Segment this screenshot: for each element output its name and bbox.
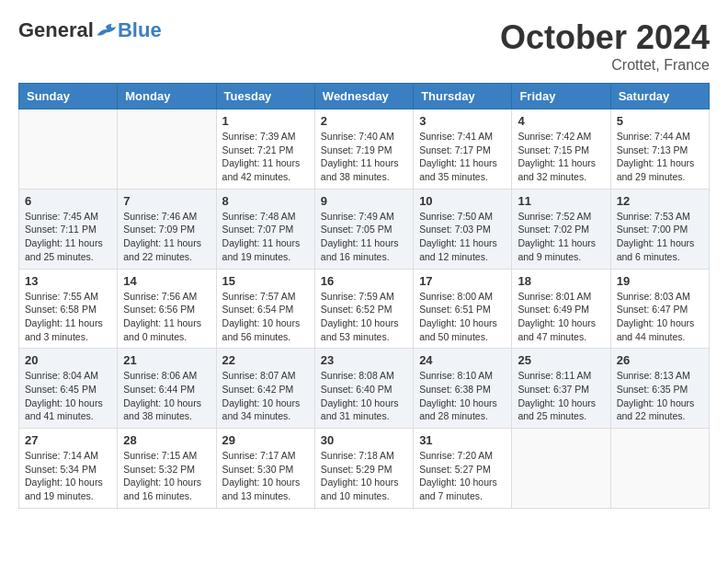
day-number: 6 [25, 194, 111, 208]
calendar-day-cell: 29Sunrise: 7:17 AMSunset: 5:30 PMDayligh… [216, 429, 314, 509]
day-info: Sunrise: 8:11 AMSunset: 6:37 PMDaylight:… [518, 369, 604, 423]
logo-general-text: General [18, 18, 94, 42]
day-info: Sunrise: 7:44 AMSunset: 7:13 PMDaylight:… [617, 130, 703, 184]
day-number: 7 [123, 194, 210, 208]
calendar-day-cell: 14Sunrise: 7:56 AMSunset: 6:56 PMDayligh… [118, 269, 216, 349]
day-info: Sunrise: 8:01 AMSunset: 6:49 PMDaylight:… [518, 290, 604, 344]
day-number: 12 [617, 194, 703, 208]
day-info: Sunrise: 7:55 AMSunset: 6:58 PMDaylight:… [25, 290, 111, 344]
weekday-header: Sunday [19, 84, 118, 109]
calendar-day-cell: 24Sunrise: 8:10 AMSunset: 6:38 PMDayligh… [414, 349, 512, 429]
day-number: 28 [123, 433, 210, 447]
calendar-day-cell [512, 429, 610, 509]
day-number: 29 [222, 433, 309, 447]
day-number: 3 [419, 114, 506, 128]
day-info: Sunrise: 7:50 AMSunset: 7:03 PMDaylight:… [419, 210, 506, 264]
day-number: 8 [222, 194, 309, 208]
day-number: 5 [617, 114, 703, 128]
calendar-day-cell: 5Sunrise: 7:44 AMSunset: 7:13 PMDaylight… [610, 109, 709, 190]
day-number: 18 [518, 274, 604, 288]
calendar-day-cell: 27Sunrise: 7:14 AMSunset: 5:34 PMDayligh… [19, 429, 118, 509]
day-info: Sunrise: 8:08 AMSunset: 6:40 PMDaylight:… [321, 369, 407, 423]
calendar-day-cell: 16Sunrise: 7:59 AMSunset: 6:52 PMDayligh… [314, 269, 413, 349]
calendar-day-cell: 8Sunrise: 7:48 AMSunset: 7:07 PMDaylight… [216, 189, 314, 269]
logo-bird-icon [96, 21, 118, 40]
day-number: 13 [25, 274, 111, 288]
day-info: Sunrise: 8:06 AMSunset: 6:44 PMDaylight:… [123, 369, 210, 423]
calendar-week-row: 1Sunrise: 7:39 AMSunset: 7:21 PMDaylight… [19, 109, 710, 190]
calendar-day-cell: 20Sunrise: 8:04 AMSunset: 6:45 PMDayligh… [19, 349, 118, 429]
logo-blue-text: Blue [118, 18, 162, 42]
calendar-day-cell: 31Sunrise: 7:20 AMSunset: 5:27 PMDayligh… [414, 429, 512, 509]
calendar-day-cell: 4Sunrise: 7:42 AMSunset: 7:15 PMDaylight… [512, 109, 610, 190]
calendar-week-row: 27Sunrise: 7:14 AMSunset: 5:34 PMDayligh… [19, 429, 710, 509]
day-number: 14 [123, 274, 210, 288]
day-number: 1 [222, 114, 309, 128]
calendar-day-cell: 15Sunrise: 7:57 AMSunset: 6:54 PMDayligh… [216, 269, 314, 349]
day-info: Sunrise: 8:07 AMSunset: 6:42 PMDaylight:… [222, 369, 309, 423]
day-number: 21 [123, 353, 210, 367]
calendar-day-cell: 23Sunrise: 8:08 AMSunset: 6:40 PMDayligh… [314, 349, 413, 429]
calendar-day-cell: 30Sunrise: 7:18 AMSunset: 5:29 PMDayligh… [314, 429, 413, 509]
month-title: October 2024 Crottet, France [500, 18, 710, 74]
day-number: 31 [419, 433, 506, 447]
calendar-day-cell: 6Sunrise: 7:45 AMSunset: 7:11 PMDaylight… [19, 189, 118, 269]
day-info: Sunrise: 7:40 AMSunset: 7:19 PMDaylight:… [321, 130, 407, 184]
day-number: 2 [321, 114, 407, 128]
day-info: Sunrise: 8:00 AMSunset: 6:51 PMDaylight:… [419, 290, 506, 344]
calendar-day-cell [118, 109, 216, 190]
location: Crottet, France [500, 57, 710, 74]
page-header: General Blue October 2024 Crottet, Franc… [18, 18, 710, 74]
day-info: Sunrise: 7:15 AMSunset: 5:32 PMDaylight:… [123, 449, 210, 503]
day-number: 25 [518, 353, 604, 367]
day-number: 26 [617, 353, 703, 367]
calendar-week-row: 13Sunrise: 7:55 AMSunset: 6:58 PMDayligh… [19, 269, 710, 349]
day-info: Sunrise: 7:53 AMSunset: 7:00 PMDaylight:… [617, 210, 703, 264]
calendar-day-cell: 26Sunrise: 8:13 AMSunset: 6:35 PMDayligh… [610, 349, 709, 429]
day-info: Sunrise: 7:49 AMSunset: 7:05 PMDaylight:… [321, 210, 407, 264]
day-info: Sunrise: 7:42 AMSunset: 7:15 PMDaylight:… [518, 130, 604, 184]
day-info: Sunrise: 7:45 AMSunset: 7:11 PMDaylight:… [25, 210, 111, 264]
day-info: Sunrise: 8:13 AMSunset: 6:35 PMDaylight:… [617, 369, 703, 423]
day-info: Sunrise: 7:56 AMSunset: 6:56 PMDaylight:… [123, 290, 210, 344]
day-number: 24 [419, 353, 506, 367]
day-number: 30 [321, 433, 407, 447]
day-number: 22 [222, 353, 309, 367]
day-info: Sunrise: 7:39 AMSunset: 7:21 PMDaylight:… [222, 130, 309, 184]
calendar-day-cell: 1Sunrise: 7:39 AMSunset: 7:21 PMDaylight… [216, 109, 314, 190]
day-number: 20 [25, 353, 111, 367]
calendar-table: SundayMondayTuesdayWednesdayThursdayFrid… [18, 83, 710, 509]
calendar-day-cell: 19Sunrise: 8:03 AMSunset: 6:47 PMDayligh… [610, 269, 709, 349]
day-number: 16 [321, 274, 407, 288]
calendar-day-cell: 3Sunrise: 7:41 AMSunset: 7:17 PMDaylight… [414, 109, 512, 190]
calendar-week-row: 6Sunrise: 7:45 AMSunset: 7:11 PMDaylight… [19, 189, 710, 269]
day-info: Sunrise: 8:04 AMSunset: 6:45 PMDaylight:… [25, 369, 111, 423]
calendar-day-cell: 25Sunrise: 8:11 AMSunset: 6:37 PMDayligh… [512, 349, 610, 429]
weekday-header: Friday [512, 84, 610, 109]
day-info: Sunrise: 7:57 AMSunset: 6:54 PMDaylight:… [222, 290, 309, 344]
day-number: 15 [222, 274, 309, 288]
day-info: Sunrise: 7:48 AMSunset: 7:07 PMDaylight:… [222, 210, 309, 264]
weekday-header: Monday [118, 84, 216, 109]
day-number: 17 [419, 274, 506, 288]
weekday-header-row: SundayMondayTuesdayWednesdayThursdayFrid… [19, 84, 710, 109]
calendar-day-cell: 7Sunrise: 7:46 AMSunset: 7:09 PMDaylight… [118, 189, 216, 269]
calendar-day-cell [19, 109, 118, 190]
calendar-day-cell [610, 429, 709, 509]
calendar-day-cell: 13Sunrise: 7:55 AMSunset: 6:58 PMDayligh… [19, 269, 118, 349]
day-number: 23 [321, 353, 407, 367]
weekday-header: Thursday [414, 84, 512, 109]
calendar-day-cell: 18Sunrise: 8:01 AMSunset: 6:49 PMDayligh… [512, 269, 610, 349]
day-number: 11 [518, 194, 604, 208]
calendar-day-cell: 28Sunrise: 7:15 AMSunset: 5:32 PMDayligh… [118, 429, 216, 509]
calendar-week-row: 20Sunrise: 8:04 AMSunset: 6:45 PMDayligh… [19, 349, 710, 429]
day-info: Sunrise: 7:18 AMSunset: 5:29 PMDaylight:… [321, 449, 407, 503]
logo: General Blue [18, 18, 162, 42]
calendar-day-cell: 12Sunrise: 7:53 AMSunset: 7:00 PMDayligh… [610, 189, 709, 269]
day-info: Sunrise: 8:03 AMSunset: 6:47 PMDaylight:… [617, 290, 703, 344]
calendar-day-cell: 2Sunrise: 7:40 AMSunset: 7:19 PMDaylight… [314, 109, 413, 190]
month-year: October 2024 [500, 18, 710, 57]
weekday-header: Saturday [610, 84, 709, 109]
calendar-day-cell: 10Sunrise: 7:50 AMSunset: 7:03 PMDayligh… [414, 189, 512, 269]
day-number: 9 [321, 194, 407, 208]
